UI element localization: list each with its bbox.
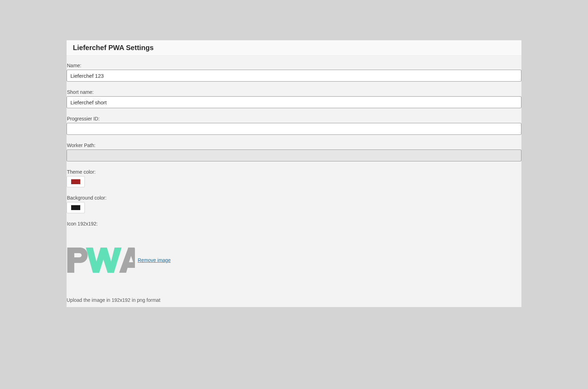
- theme-color-swatch: [71, 179, 80, 184]
- field-short-name: Short name:: [67, 89, 521, 116]
- theme-color-button[interactable]: [67, 176, 85, 187]
- field-theme-color: Theme color:: [67, 169, 521, 195]
- panel-title: Lieferchef PWA Settings: [73, 44, 515, 52]
- background-color-swatch: [71, 205, 80, 210]
- progressier-id-label: Progressier ID:: [67, 116, 521, 121]
- panel-header: Lieferchef PWA Settings: [67, 40, 521, 56]
- name-label: Name:: [67, 63, 521, 68]
- background-color-button[interactable]: [67, 202, 85, 213]
- field-background-color: Background color:: [67, 195, 521, 221]
- pwa-logo-icon: [67, 248, 135, 273]
- name-input[interactable]: [67, 70, 521, 82]
- icon-192-label: Icon 192x192:: [67, 221, 521, 227]
- icon-192-helper: Upload the image in 192x192 in png forma…: [67, 297, 521, 303]
- field-progressier-id: Progressier ID:: [67, 116, 521, 143]
- short-name-input[interactable]: [67, 96, 521, 108]
- field-worker-path: Worker Path:: [67, 143, 521, 169]
- field-name: Name:: [67, 63, 521, 89]
- icon-row: Remove image: [67, 248, 521, 273]
- remove-image-link[interactable]: Remove image: [138, 257, 171, 263]
- background-color-label: Background color:: [67, 195, 521, 201]
- worker-path-input[interactable]: [67, 150, 521, 161]
- theme-color-label: Theme color:: [67, 169, 521, 175]
- field-icon-192: Icon 192x192: Remove image Upload the im…: [67, 221, 521, 303]
- short-name-label: Short name:: [67, 89, 521, 95]
- settings-panel: Lieferchef PWA Settings Name: Short name…: [67, 40, 521, 307]
- progressier-id-input[interactable]: [67, 123, 521, 135]
- panel-body: Name: Short name: Progressier ID: Worker…: [67, 56, 521, 307]
- worker-path-label: Worker Path:: [67, 143, 521, 148]
